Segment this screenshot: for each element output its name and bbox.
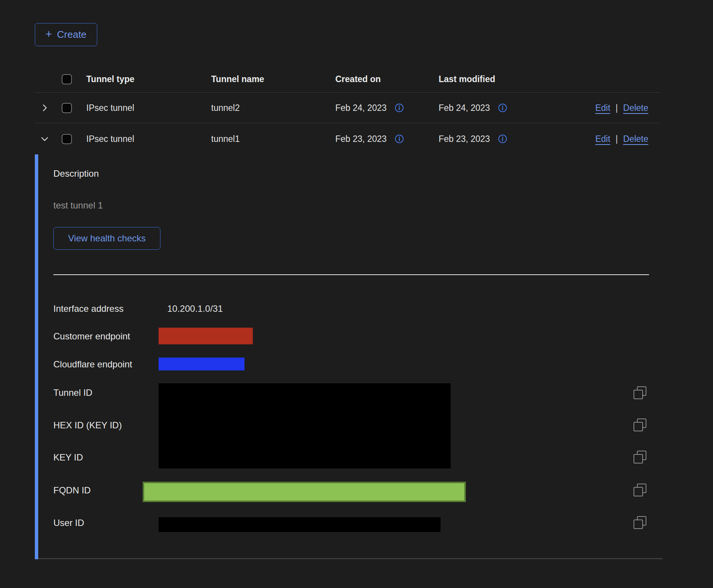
user-id-redaction (159, 517, 441, 532)
copy-icon[interactable] (634, 451, 646, 464)
collapse-row-toggle[interactable] (35, 134, 62, 144)
interface-address-label: Interface address (53, 303, 123, 314)
cloudflare-endpoint-redaction (159, 358, 244, 370)
cell-created-on: Feb 23, 2023 (335, 134, 439, 144)
tunnels-page: + Create Tunnel type Tunnel name Created… (0, 0, 713, 588)
created-on-value: Feb 24, 2023 (335, 103, 387, 113)
user-id-label: User ID (53, 517, 84, 529)
last-modified-value: Feb 24, 2023 (439, 103, 490, 113)
customer-endpoint-redaction (159, 328, 253, 344)
description-label: Description (53, 168, 99, 179)
copy-icon[interactable] (634, 484, 646, 496)
created-on-value: Feb 23, 2023 (335, 134, 387, 144)
info-icon[interactable] (394, 103, 404, 113)
row-checkbox[interactable] (62, 103, 72, 113)
copy-icon[interactable] (634, 516, 646, 529)
info-icon[interactable] (498, 134, 508, 144)
view-health-checks-button[interactable]: View health checks (53, 227, 160, 250)
delete-link[interactable]: Delete (623, 134, 648, 144)
plus-icon: + (45, 28, 52, 40)
info-icon[interactable] (394, 134, 404, 144)
copy-icon[interactable] (634, 386, 646, 399)
table-header-row: Tunnel type Tunnel name Created on Last … (35, 66, 659, 93)
panel-bottom-divider (38, 558, 663, 559)
expand-row-toggle[interactable] (35, 103, 62, 113)
hex-id-label: HEX ID (KEY ID) (53, 420, 122, 431)
tunnel-id-label: Tunnel ID (53, 387, 92, 398)
panel-divider (53, 274, 649, 275)
last-modified-value: Feb 23, 2023 (439, 134, 490, 144)
tunnels-table: Tunnel type Tunnel name Created on Last … (35, 66, 659, 154)
fqdn-id-redaction (143, 482, 466, 502)
action-separator: | (616, 134, 618, 144)
info-icon[interactable] (498, 103, 508, 113)
action-separator: | (616, 103, 618, 113)
cell-tunnel-type: IPsec tunnel (86, 134, 211, 144)
interface-address-value: 10.200.1.0/31 (167, 303, 223, 314)
cell-tunnel-name: tunnel2 (211, 103, 335, 113)
copy-icon[interactable] (634, 418, 646, 431)
customer-endpoint-label: Customer endpoint (53, 331, 130, 342)
cell-tunnel-name: tunnel1 (211, 134, 335, 144)
header-tunnel-type: Tunnel type (86, 74, 211, 84)
edit-link[interactable]: Edit (595, 103, 610, 113)
select-all-checkbox[interactable] (62, 74, 72, 84)
header-tunnel-name: Tunnel name (211, 74, 335, 84)
header-created-on: Created on (335, 74, 439, 84)
create-button-label: Create (57, 29, 87, 40)
key-id-label: KEY ID (53, 452, 83, 463)
fqdn-id-label: FQDN ID (53, 485, 91, 496)
description-value: test tunnel 1 (53, 200, 103, 211)
ids-redaction (159, 383, 451, 468)
cloudflare-endpoint-label: Cloudflare endpoint (53, 359, 132, 370)
chevron-down-icon (40, 134, 50, 144)
row-actions: Edit | Delete (568, 134, 659, 144)
cell-last-modified: Feb 24, 2023 (439, 103, 568, 113)
row-actions: Edit | Delete (568, 103, 659, 113)
edit-link[interactable]: Edit (595, 134, 610, 144)
chevron-right-icon (40, 103, 50, 113)
table-row: IPsec tunnel tunnel1 Feb 23, 2023 Feb 23… (35, 123, 659, 154)
table-row: IPsec tunnel tunnel2 Feb 24, 2023 Feb 24… (35, 93, 659, 123)
create-button[interactable]: + Create (35, 23, 97, 46)
cell-last-modified: Feb 23, 2023 (439, 134, 568, 144)
row-checkbox[interactable] (62, 134, 72, 144)
header-last-modified: Last modified (439, 74, 568, 84)
delete-link[interactable]: Delete (623, 103, 648, 113)
expanded-tunnel-panel: Description test tunnel 1 View health ch… (35, 154, 659, 559)
cell-tunnel-type: IPsec tunnel (86, 103, 211, 113)
cell-created-on: Feb 24, 2023 (335, 103, 439, 113)
